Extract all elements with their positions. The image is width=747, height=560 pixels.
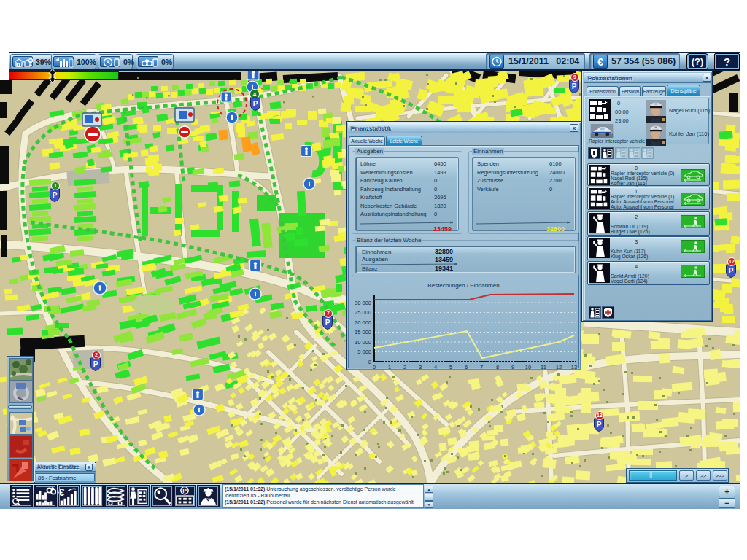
svg-text:12: 12 <box>729 259 735 264</box>
svg-text:P: P <box>325 319 330 327</box>
svg-text:11: 11 <box>541 364 546 370</box>
svg-text:P: P <box>53 191 58 199</box>
svg-text:25 000: 25 000 <box>355 309 371 316</box>
svg-text:1: 1 <box>54 183 57 188</box>
svg-text:5: 5 <box>449 364 452 370</box>
svg-text:30 000: 30 000 <box>355 300 371 306</box>
svg-text:3: 3 <box>419 364 422 370</box>
svg-text:P: P <box>182 487 187 494</box>
svg-text:2: 2 <box>95 352 98 357</box>
svg-text:7: 7 <box>480 364 483 370</box>
svg-text:9: 9 <box>573 74 576 79</box>
svg-text:2: 2 <box>403 364 406 370</box>
svg-text:8: 8 <box>496 364 499 370</box>
svg-text:10 000: 10 000 <box>355 339 371 346</box>
svg-text:20 000: 20 000 <box>355 319 371 326</box>
svg-text:4: 4 <box>434 364 437 370</box>
svg-text:P: P <box>253 100 258 108</box>
svg-text:9: 9 <box>511 364 514 370</box>
svg-text:10: 10 <box>525 364 531 370</box>
svg-text:6: 6 <box>465 364 468 370</box>
svg-text:4: 4 <box>253 91 257 98</box>
svg-text:1: 1 <box>388 364 391 370</box>
svg-text:5 000: 5 000 <box>357 349 371 355</box>
svg-text:7: 7 <box>327 311 330 316</box>
svg-text:0: 0 <box>368 359 371 365</box>
svg-text:P: P <box>93 360 98 368</box>
svg-text:12: 12 <box>556 364 562 370</box>
svg-text:P: P <box>597 421 602 429</box>
svg-text:13: 13 <box>571 364 577 370</box>
svg-text:P: P <box>729 267 734 275</box>
svg-text:13: 13 <box>597 413 603 418</box>
svg-text:€: € <box>58 486 65 498</box>
svg-text:15 000: 15 000 <box>355 329 371 335</box>
svg-text:0: 0 <box>373 364 376 370</box>
svg-text:P: P <box>572 82 577 90</box>
